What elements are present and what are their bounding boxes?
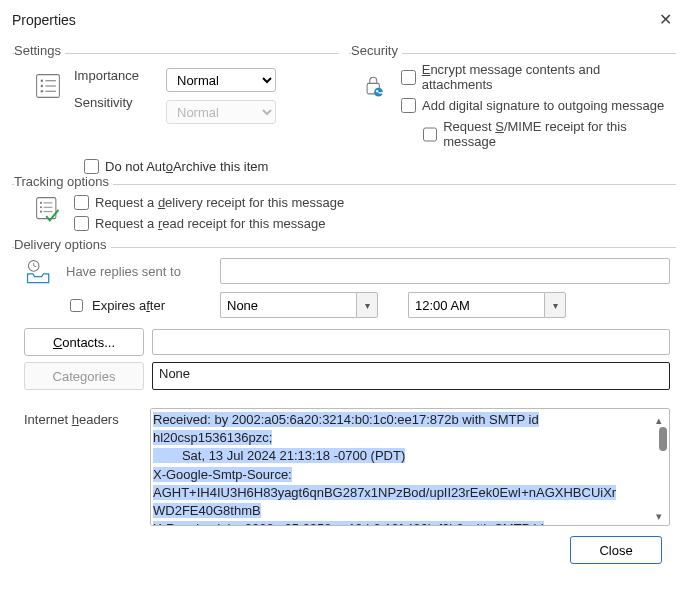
expires-checkbox[interactable] [70,299,83,312]
svg-point-3 [41,85,43,87]
sensitivity-label: Sensitivity [74,95,154,110]
properties-icon [34,72,62,100]
encrypt-checkbox[interactable] [401,70,416,85]
inbox-clock-icon [24,258,54,288]
expires-date-dropdown[interactable]: ▾ [356,292,378,318]
chevron-down-icon: ▾ [553,300,558,311]
encrypt-label: Encrypt message contents and attachments [422,62,670,92]
scroll-up-icon[interactable]: ▴ [656,413,668,425]
read-receipt-label: Request a read receipt for this message [95,216,326,231]
scroll-thumb[interactable] [659,427,667,451]
digital-signature-label: Add digital signature to outgoing messag… [422,98,664,113]
internet-headers-textarea[interactable]: Received: by 2002:a05:6a20:3214:b0:1c0:e… [150,408,670,526]
categories-field: None [152,362,670,390]
delivery-receipt-label: Request a delivery receipt for this mess… [95,195,344,210]
expires-date-combo[interactable] [220,292,356,318]
delivery-receipt-checkbox[interactable] [74,195,89,210]
autoarchive-checkbox[interactable] [84,159,99,174]
autoarchive-label: Do not AutoArchive this item [105,159,268,174]
svg-point-17 [40,211,42,213]
contacts-button[interactable]: Contacts... [24,328,144,356]
replies-label: Have replies sent to [66,264,212,279]
svg-rect-11 [382,92,383,95]
categories-button[interactable]: Categories [24,362,144,390]
close-button[interactable]: Close [570,536,662,564]
read-receipt-checkbox[interactable] [74,216,89,231]
sensitivity-select[interactable]: Normal [166,100,276,124]
importance-label: Importance [74,68,154,83]
lock-key-icon [361,72,389,100]
expires-time-dropdown[interactable]: ▾ [544,292,566,318]
expires-time-combo[interactable] [408,292,544,318]
chevron-down-icon: ▾ [365,300,370,311]
dialog-title: Properties [12,12,76,28]
replies-input[interactable] [220,258,670,284]
scroll-down-icon[interactable]: ▾ [656,509,668,521]
contacts-input[interactable] [152,329,670,355]
smime-receipt-checkbox[interactable] [423,127,437,142]
list-check-icon [34,195,62,223]
svg-point-9 [376,90,378,92]
smime-receipt-label: Request S/MIME receipt for this message [443,119,670,149]
expires-label: Expires after [92,298,165,313]
importance-select[interactable]: Normal [166,68,276,92]
delivery-legend: Delivery options [14,237,111,252]
close-icon[interactable]: ✕ [653,8,678,31]
tracking-legend: Tracking options [14,174,113,189]
svg-point-13 [40,202,42,204]
svg-point-1 [41,80,43,82]
svg-point-5 [41,90,43,92]
internet-headers-label: Internet headers [24,408,134,427]
digital-signature-checkbox[interactable] [401,98,416,113]
svg-point-15 [40,206,42,208]
settings-legend: Settings [14,43,65,58]
scrollbar[interactable]: ▴ ▾ [653,413,667,521]
security-legend: Security [351,43,402,58]
